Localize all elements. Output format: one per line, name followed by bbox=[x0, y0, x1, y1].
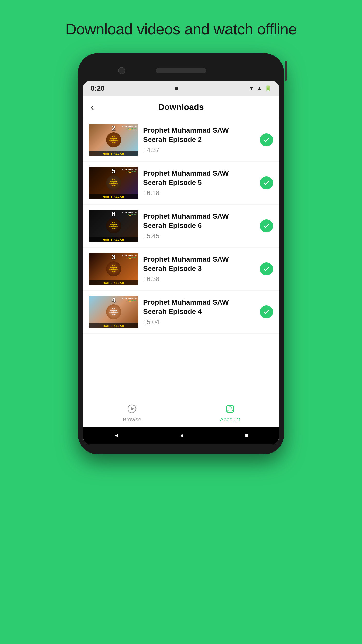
thumbnail-ep3: 3 TheProphetMuhammadPBUH HABIB ALLAH Exc… bbox=[89, 253, 138, 285]
downloaded-check-ep2 bbox=[260, 133, 273, 146]
item-duration-ep4: 15:04 bbox=[143, 318, 255, 326]
account-label: Account bbox=[220, 416, 240, 423]
thumb-label-ep6: HABIB ALLAH bbox=[89, 237, 138, 242]
download-item-ep6[interactable]: 6 TheProphetMuhammadPBUH HABIB ALLAH Exc… bbox=[83, 205, 279, 248]
thumb-label-ep2: HABIB ALLAH bbox=[89, 151, 138, 156]
account-icon bbox=[224, 403, 236, 414]
thumb-label-ep5: HABIB ALLAH bbox=[89, 194, 138, 199]
phone-notch bbox=[83, 61, 279, 81]
phone-speaker bbox=[156, 68, 206, 73]
browse-label: Browse bbox=[123, 416, 141, 423]
signal-icon: ▲ bbox=[257, 85, 262, 92]
item-title-line1-ep3: Prophet Muhammad SAW bbox=[143, 255, 255, 264]
item-title-line2-ep3: Seerah Episode 3 bbox=[143, 264, 255, 273]
nav-item-account[interactable]: Account bbox=[181, 403, 279, 423]
item-title-line1-ep4: Prophet Muhammad SAW bbox=[143, 298, 255, 307]
downloaded-check-ep4 bbox=[260, 305, 273, 318]
phone-device: 8:20 ⏺ ▼ ▲ 🔋 ‹ Downloads 2 TheProphet bbox=[78, 53, 284, 454]
downloaded-check-ep6 bbox=[260, 219, 273, 232]
item-title-line2-ep5: Seerah Episode 5 bbox=[143, 178, 255, 187]
status-bar: 8:20 ⏺ ▼ ▲ 🔋 bbox=[83, 81, 279, 96]
page-bg-title: Download videos and watch offline bbox=[65, 20, 297, 38]
status-time: 8:20 bbox=[90, 84, 105, 92]
bottom-nav: Browse Account bbox=[83, 399, 279, 427]
item-title-line1-ep5: Prophet Muhammad SAW bbox=[143, 169, 255, 178]
android-home-icon[interactable]: ● bbox=[180, 432, 184, 439]
android-recents-icon[interactable]: ■ bbox=[245, 432, 248, 439]
item-title-line1-ep2: Prophet Muhammad SAW bbox=[143, 126, 255, 135]
download-item-ep3[interactable]: 3 TheProphetMuhammadPBUH HABIB ALLAH Exc… bbox=[83, 248, 279, 291]
browse-icon bbox=[126, 403, 138, 414]
nav-item-browse[interactable]: Browse bbox=[83, 403, 181, 423]
item-title-line2-ep2: Seerah Episode 2 bbox=[143, 135, 255, 144]
page-title: Downloads bbox=[158, 102, 204, 112]
item-title-line2-ep6: Seerah Episode 6 bbox=[143, 221, 255, 230]
svg-marker-1 bbox=[131, 407, 134, 411]
wifi-icon: ▼ bbox=[249, 85, 254, 92]
thumbnail-ep5: 5 TheProphetMuhammadPBUH HABIB ALLAH Exc… bbox=[89, 167, 138, 199]
phone-camera bbox=[118, 67, 125, 74]
back-button[interactable]: ‹ bbox=[90, 101, 94, 113]
svg-point-3 bbox=[229, 407, 231, 409]
downloaded-check-ep3 bbox=[260, 262, 273, 275]
item-duration-ep6: 15:45 bbox=[143, 232, 255, 240]
status-app-icon: ⏺ bbox=[174, 85, 179, 92]
app-header: ‹ Downloads bbox=[83, 96, 279, 118]
battery-icon: 🔋 bbox=[265, 85, 272, 92]
item-duration-ep5: 16:18 bbox=[143, 189, 255, 197]
thumbnail-ep2: 2 TheProphetMuhammadPBUH HABIB ALLAH Exc… bbox=[89, 124, 138, 156]
item-title-line1-ep6: Prophet Muhammad SAW bbox=[143, 212, 255, 221]
android-back-icon[interactable]: ◄ bbox=[114, 432, 119, 439]
thumb-label-ep4: HABIB ALLAH bbox=[89, 323, 138, 328]
download-item-ep4[interactable]: 4 TheProphetMuhammadPBUH HABIB ALLAH Exc… bbox=[83, 291, 279, 334]
download-item-ep5[interactable]: 5 TheProphetMuhammadPBUH HABIB ALLAH Exc… bbox=[83, 162, 279, 205]
thumbnail-ep6: 6 TheProphetMuhammadPBUH HABIB ALLAH Exc… bbox=[89, 210, 138, 242]
download-item-ep2[interactable]: 2 TheProphetMuhammadPBUH HABIB ALLAH Exc… bbox=[83, 118, 279, 162]
android-nav-bar: ◄ ● ■ bbox=[83, 427, 279, 444]
item-duration-ep2: 14:37 bbox=[143, 146, 255, 154]
thumb-label-ep3: HABIB ALLAH bbox=[89, 280, 138, 285]
item-duration-ep3: 16:38 bbox=[143, 275, 255, 283]
downloaded-check-ep5 bbox=[260, 176, 273, 189]
thumbnail-ep4: 4 TheProphetMuhammadPBUH HABIB ALLAH Exc… bbox=[89, 296, 138, 328]
downloads-list: 2 TheProphetMuhammadPBUH HABIB ALLAH Exc… bbox=[83, 118, 279, 399]
item-title-line2-ep4: Seerah Episode 4 bbox=[143, 307, 255, 316]
phone-screen: 8:20 ⏺ ▼ ▲ 🔋 ‹ Downloads 2 TheProphet bbox=[83, 81, 279, 444]
